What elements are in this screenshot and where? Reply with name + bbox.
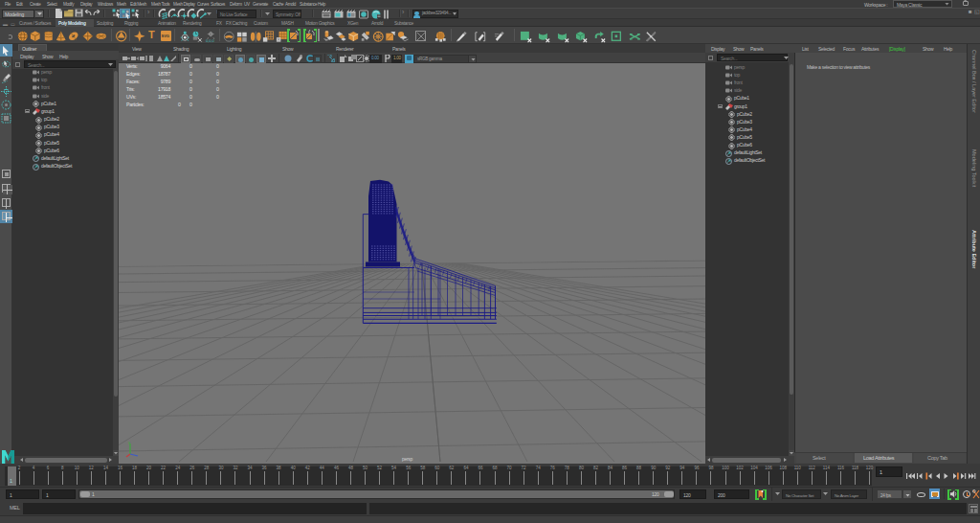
- svg-text:0,0,0: 0,0,0: [206, 38, 215, 43]
- svg-text:y: y: [128, 441, 130, 444]
